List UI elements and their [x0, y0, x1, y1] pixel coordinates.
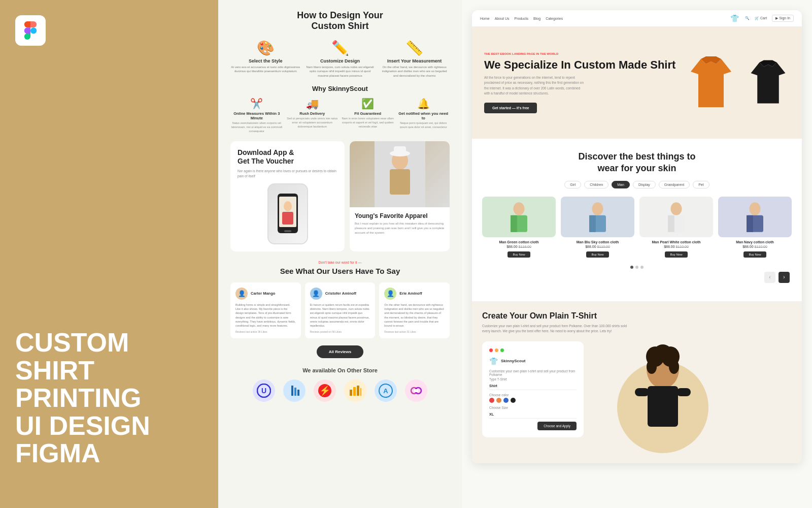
nav-cart[interactable]: 🛒 Cart [755, 16, 767, 20]
color-label: Choose color [489, 393, 577, 397]
brand-name: SkinnyScout [501, 359, 525, 363]
mock-discover: Discover the best things to wear for you… [472, 139, 802, 301]
brand-row: 👕 SkinnyScout [489, 357, 577, 365]
create-desc: Customize your own plain t-shirt and sel… [482, 324, 634, 334]
svg-rect-13 [294, 388, 296, 396]
apparel-content: Young's Favorite Apparel But I must expl… [350, 207, 450, 240]
step-measure: 📏 Insert Your Measurement On the other h… [379, 40, 450, 78]
nav-about[interactable]: About Us [495, 17, 510, 20]
feature-rush-desc: Sed ut perspiciatis unde omnis iste natu… [286, 117, 339, 129]
apparel-image [350, 141, 450, 207]
store-icon-chart [344, 379, 366, 402]
color-red[interactable] [489, 398, 494, 403]
product-2-buy-button[interactable]: Buy Now [586, 251, 608, 258]
window-close-dot [489, 348, 493, 352]
review-card-2: 👤 Cristofer Aminoff Et harum ut quidem r… [305, 282, 376, 339]
svg-point-33 [592, 202, 603, 215]
svg-rect-49 [635, 388, 649, 396]
mock-hero: THE BEST EBOOK LANDING PAGE IN THE WORLD… [472, 27, 802, 139]
carousel-next-button[interactable]: › [779, 272, 790, 283]
hero-desc: All the force to your generations on the… [484, 75, 586, 97]
svg-rect-7 [390, 169, 410, 195]
filter-girl[interactable]: Girl [564, 181, 581, 188]
product-1-name: Man Green cotton cloth [482, 240, 556, 244]
mock-nav: Home About Us Products Blog Categories 👕… [472, 10, 802, 27]
filter-grandparent[interactable]: Grandparent [659, 181, 690, 188]
feature-online-desc: Natus exercitationem ullam corporis vel … [230, 121, 283, 133]
choose-apply-button[interactable]: Choose and Apply [537, 422, 577, 430]
step-measure-desc: On the other hand, we denounce with righ… [379, 65, 450, 78]
feature-fit-desc: Nam in enim lorem voluptatem esse ullam … [342, 117, 394, 129]
step-design-icon: ✏️ [305, 40, 376, 56]
feature-notify-label: Get notified when you need to [397, 111, 450, 120]
color-blue[interactable] [503, 398, 509, 403]
nav-categories[interactable]: Categories [546, 17, 563, 20]
product-4: Man Navy cotton cloth $88.00 $110.00 Buy… [718, 197, 792, 258]
store-icon-lightning: ⚡ [314, 379, 336, 402]
carousel-dots [482, 266, 792, 269]
type-label: Type T-Shirt [489, 377, 577, 381]
nav-blog[interactable]: Blog [533, 17, 540, 20]
svg-text:A: A [383, 387, 388, 395]
svg-rect-4 [282, 212, 293, 225]
product-4-name: Man Navy cotton cloth [718, 240, 792, 244]
product-1-buy-button[interactable]: Buy Now [507, 251, 530, 258]
nav-search-icon[interactable]: 🔍 [745, 16, 750, 20]
svg-marker-26 [691, 59, 731, 107]
steps-row: 🎨 Select the Style At vero eos et accusa… [230, 40, 450, 78]
review-footer-2: Reviews posted on 56 Likes [310, 330, 370, 333]
svg-rect-25 [414, 389, 418, 392]
download-title: Download App & Get The Voucher [238, 148, 337, 166]
product-2-name: Man Blu Sky cotton cloth [561, 240, 634, 244]
svg-rect-17 [350, 390, 352, 396]
size-field[interactable]: XL [489, 410, 577, 419]
filter-man[interactable]: Man [612, 181, 630, 188]
product-2-price: $88.00 $110.00 [561, 245, 634, 248]
window-minimize-dot [495, 348, 498, 352]
product-3-name: Man Pearl White cotton cloth [639, 240, 713, 244]
product-2: Man Blu Sky cotton cloth $88.00 $110.00 … [561, 197, 634, 258]
type-field[interactable]: Shirt [489, 382, 577, 390]
color-black[interactable] [511, 398, 516, 403]
right-scroll[interactable]: Home About Us Products Blog Categories 👕… [462, 0, 812, 508]
review-text-2: Et harum ut quidem rerum facilis est et … [310, 303, 370, 328]
feature-fit-icon: ✅ [342, 98, 394, 110]
color-orange[interactable] [496, 398, 501, 403]
filter-display[interactable]: Display [633, 181, 656, 188]
step-measure-label: Insert Your Measurement [379, 58, 450, 64]
nav-home[interactable]: Home [480, 17, 490, 20]
product-1: Man Green cotton cloth $88.00 $118.00 Bu… [482, 197, 556, 258]
download-card: Download App & Get The Voucher Nor again… [230, 141, 345, 251]
middle-scroll[interactable]: How to Design Your Custom Shirt 🎨 Select… [218, 0, 462, 508]
products-grid: Man Green cotton cloth $88.00 $118.00 Bu… [482, 197, 792, 258]
svg-rect-38 [668, 215, 674, 232]
feature-fit: ✅ Fit Guaranteed Nam in enim lorem volup… [342, 98, 394, 133]
two-col-section: Download App & Get The Voucher Nor again… [230, 141, 450, 251]
discover-title: Discover the best things to wear for you… [482, 151, 792, 175]
hero-text: THE BEST EBOOK LANDING PAGE IN THE WORLD… [484, 52, 686, 114]
svg-rect-41 [747, 215, 753, 232]
size-label: Choose Size [489, 406, 577, 409]
svg-point-47 [669, 360, 679, 374]
svg-rect-48 [648, 386, 678, 427]
nav-products[interactable]: Products [514, 17, 528, 20]
svg-rect-14 [297, 390, 299, 396]
product-4-buy-button[interactable]: Buy Now [743, 251, 766, 258]
carousel-prev-button[interactable]: ‹ [764, 272, 775, 283]
apparel-card: Young's Favorite Apparel But I must expl… [350, 141, 450, 251]
svg-rect-2 [284, 230, 291, 232]
hero-cta-button[interactable]: Get started — it's free [484, 103, 537, 113]
feature-rush-label: Rush Delivery [286, 111, 339, 116]
features-row: ✂️ Online Measures Within 3 Minute Natus… [230, 98, 450, 133]
product-3-buy-button[interactable]: Buy Now [665, 251, 687, 258]
all-reviews-button[interactable]: All Reviews [317, 345, 363, 358]
phone-image [267, 183, 308, 244]
filter-children[interactable]: Children [584, 181, 608, 188]
orange-shirt-icon [686, 54, 736, 112]
nav-signin[interactable]: ▶ Sign In [772, 15, 794, 22]
store-icon-link [405, 379, 427, 402]
reviews-row: 👤 Carter Mango Building forms is simple … [230, 282, 450, 339]
filter-pet[interactable]: Pet [693, 181, 709, 188]
feature-online: ✂️ Online Measures Within 3 Minute Natus… [230, 98, 283, 133]
feature-notify-icon: 🔔 [397, 98, 450, 110]
